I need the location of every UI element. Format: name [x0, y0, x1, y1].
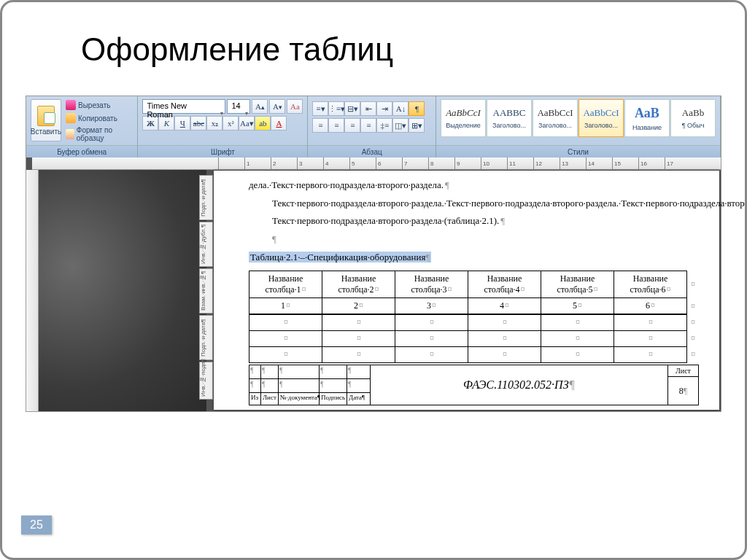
- side-tab-4: Инв.·№·подп¶: [199, 362, 213, 400]
- sheet-label: Лист: [668, 365, 698, 377]
- doc-line-0: дела.·Текст·первого·подраздела·второго·р…: [249, 176, 699, 195]
- grow-font-button[interactable]: A▴: [252, 99, 268, 114]
- side-tab-3: Подп.·и·дата¶: [199, 315, 213, 360]
- table-caption: Таблица·2.1·–·Спецификация·оборудования¶: [249, 249, 699, 267]
- tb-col-docnum: №·документа¶: [279, 393, 320, 405]
- format-painter-button[interactable]: Формат по образцу: [64, 125, 133, 143]
- vertical-ruler[interactable]: [26, 170, 39, 411]
- clear-format-button[interactable]: Aa: [287, 99, 303, 114]
- doc-para-1: Текст·первого·подраздела·второго·раздела…: [249, 195, 699, 213]
- tb-col-list: Лист: [261, 393, 279, 405]
- cut-icon: [66, 100, 76, 110]
- bullets-button[interactable]: ≡▾: [312, 101, 328, 116]
- side-tab-0: Подп.·и·дата¶: [199, 175, 213, 220]
- cut-button[interactable]: Вырезать: [64, 99, 133, 111]
- align-center-button[interactable]: ≡: [328, 118, 344, 133]
- tb-col-date: Дата¶: [347, 393, 371, 405]
- paste-label: Вставить: [31, 128, 61, 136]
- font-group-label: Шрифт: [138, 145, 307, 158]
- style-item-heading2[interactable]: AaBbCcIЗаголово...: [533, 99, 578, 137]
- format-painter-label: Формат по образцу: [77, 126, 132, 142]
- clipboard-group-label: Буфер обмена: [26, 145, 137, 158]
- paragraph-group-label: Абзац: [308, 145, 436, 158]
- ribbon-group-paragraph: ≡▾ ⋮≡▾ ⊟▾ ⇤ ⇥ A↓ ¶ ≡ ≡ ≡ ≡ ‡≡ ◫▾: [308, 96, 436, 158]
- paste-button[interactable]: Вставить: [31, 99, 61, 141]
- side-tab-1: Инв.·№·дубл.¶: [199, 222, 213, 267]
- slide-title: Оформление таблиц: [2, 2, 745, 84]
- word-screenshot: Вставить Вырезать Копировать Формат по о…: [26, 96, 721, 412]
- doc-para-2: Текст·первого·подраздела·второго·раздела…: [249, 212, 699, 230]
- slide-number: 25: [21, 516, 52, 534]
- paste-icon: [37, 106, 55, 126]
- align-right-button[interactable]: ≡: [344, 118, 360, 133]
- tb-col-iz: Из: [249, 393, 261, 405]
- document-area: 1234567891011121314151617 Подп.·и·дата¶ …: [26, 158, 721, 411]
- shrink-font-button[interactable]: A▾: [269, 99, 285, 114]
- navigation-panel: [39, 170, 206, 411]
- align-justify-button[interactable]: ≡: [360, 118, 376, 133]
- doc-table: Название столбца·1Название столбца·2Назв…: [249, 271, 699, 363]
- font-size-combo[interactable]: 14: [227, 99, 250, 114]
- empty-para: ¶: [249, 230, 699, 249]
- horizontal-ruler[interactable]: 1234567891011121314151617: [32, 158, 721, 170]
- ribbon-group-styles: AaBbCcIВыделение AABBCЗаголово... AaBbCc…: [436, 96, 721, 158]
- style-item-normal[interactable]: AaBb¶ Обыч: [670, 99, 716, 137]
- sheet-number: 8¶: [668, 377, 698, 405]
- superscript-button[interactable]: x²: [222, 116, 239, 131]
- shading-button[interactable]: ◫▾: [392, 118, 409, 133]
- ribbon-group-font: Times New Roman 14 A▴ A▾ Aa Ж К Ч abc x₂…: [138, 96, 308, 158]
- multilevel-button[interactable]: ⊟▾: [344, 101, 360, 116]
- align-left-button[interactable]: ≡: [312, 118, 328, 133]
- copy-label: Копировать: [78, 114, 117, 122]
- style-item-heading1[interactable]: AABBCЗаголово...: [487, 99, 532, 137]
- sort-button[interactable]: A↓: [392, 101, 409, 116]
- side-tab-2: Взам.·инв.·№¶: [199, 268, 213, 314]
- styles-group-label: Стили: [436, 145, 720, 158]
- copy-icon: [66, 113, 76, 123]
- highlight-button[interactable]: ab: [255, 116, 271, 131]
- subscript-button[interactable]: x₂: [206, 116, 222, 131]
- tb-col-sign: Подпись: [320, 393, 347, 405]
- ribbon-group-clipboard: Вставить Вырезать Копировать Формат по о…: [26, 96, 138, 158]
- line-spacing-button[interactable]: ‡≡: [376, 118, 392, 133]
- numbering-button[interactable]: ⋮≡▾: [328, 101, 344, 116]
- underline-button[interactable]: Ч: [174, 116, 190, 131]
- font-color-button[interactable]: A: [271, 116, 287, 131]
- font-name-combo[interactable]: Times New Roman: [142, 99, 225, 114]
- document-page[interactable]: дела.·Текст·первого·подраздела·второго·р…: [214, 171, 719, 410]
- borders-button[interactable]: ⊞▾: [409, 118, 425, 133]
- format-painter-icon: [66, 129, 74, 139]
- title-block: ¶¶¶¶¶ ¶¶¶¶¶ Из Лист №·документа¶ Подпись…: [249, 365, 699, 405]
- style-item-heading3[interactable]: AaBbCcIЗаголово...: [578, 99, 624, 137]
- ribbon: Вставить Вырезать Копировать Формат по о…: [26, 96, 721, 158]
- style-item-title[interactable]: АаВНазвание: [624, 99, 670, 137]
- copy-button[interactable]: Копировать: [64, 112, 133, 124]
- indent-inc-button[interactable]: ⇥: [376, 101, 392, 116]
- strike-button[interactable]: abc: [190, 116, 206, 131]
- title-block-code: ФАЭС.110302.052·ПЗ¶: [371, 365, 667, 405]
- indent-dec-button[interactable]: ⇤: [360, 101, 376, 116]
- style-item-emphasis[interactable]: AaBbCcIВыделение: [441, 99, 486, 137]
- cut-label: Вырезать: [78, 101, 110, 109]
- change-case-button[interactable]: Aa▾: [239, 116, 255, 131]
- show-marks-button[interactable]: ¶: [409, 101, 425, 116]
